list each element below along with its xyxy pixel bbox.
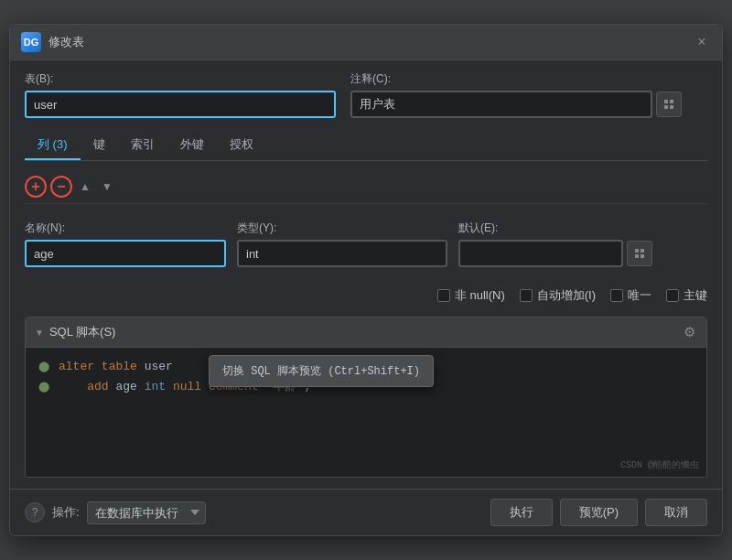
sql-header-left: ▼ SQL 脚本(S) <box>35 324 115 340</box>
move-up-button[interactable]: ▲ <box>76 178 94 195</box>
tab-keys[interactable]: 键 <box>81 131 118 160</box>
svg-rect-5 <box>640 249 644 253</box>
unique-label: 唯一 <box>628 287 651 304</box>
svg-rect-1 <box>670 100 673 103</box>
tab-foreign-keys[interactable]: 外键 <box>167 131 217 160</box>
default-expand-button[interactable] <box>627 241 652 266</box>
comment-label: 注释(C): <box>350 71 682 87</box>
unique-check[interactable]: 唯一 <box>610 287 651 304</box>
col-default-label: 默认(E): <box>458 221 652 236</box>
add-column-button[interactable]: + <box>25 176 47 198</box>
tab-columns[interactable]: 列 (3) <box>25 131 81 160</box>
primarykey-label: 主键 <box>684 287 707 304</box>
remove-column-button[interactable]: − <box>50 176 72 198</box>
sql-preview-tooltip: 切换 SQL 脚本预览 (Ctrl+Shift+I) <box>209 355 434 387</box>
tab-permissions[interactable]: 授权 <box>217 131 266 160</box>
notnull-label: 非 null(N) <box>455 287 505 304</box>
title-bar-left: DG 修改表 <box>21 32 84 52</box>
comment-area <box>350 91 682 118</box>
svg-rect-6 <box>635 254 639 258</box>
autoincrement-checkbox[interactable] <box>520 289 533 302</box>
col-type-input[interactable] <box>237 240 447 267</box>
preview-button[interactable]: 预览(P) <box>560 499 638 526</box>
col-default-input[interactable] <box>458 240 623 267</box>
svg-rect-4 <box>635 249 639 253</box>
ops-select[interactable]: 在数据库中执行 <box>87 501 206 524</box>
dialog-title: 修改表 <box>48 34 84 50</box>
sql-settings-button[interactable]: ⚙ <box>682 322 697 342</box>
comment-input[interactable] <box>350 91 652 118</box>
line-number-1: ⬤ <box>38 359 49 376</box>
svg-rect-2 <box>664 105 668 109</box>
checkboxes-row: 非 null(N) 自动增加(I) 唯一 主键 <box>25 284 707 307</box>
svg-rect-0 <box>664 100 668 103</box>
primarykey-checkbox[interactable] <box>666 289 679 302</box>
col-type-label: 类型(Y): <box>237 221 447 236</box>
footer: ? 操作: 在数据库中执行 执行 预览(P) 取消 <box>10 489 722 535</box>
svg-rect-7 <box>640 254 644 258</box>
comment-field-group: 注释(C): <box>350 71 682 118</box>
col-name-input[interactable] <box>25 240 226 267</box>
autoincrement-check[interactable]: 自动增加(I) <box>520 287 596 304</box>
table-label: 表(B): <box>25 71 336 87</box>
line-number-2: ⬤ <box>38 379 49 396</box>
sql-collapse-icon[interactable]: ▼ <box>35 328 44 338</box>
help-button[interactable]: ? <box>25 502 45 522</box>
footer-right: 执行 预览(P) 取消 <box>490 499 707 526</box>
execute-button[interactable]: 执行 <box>490 499 553 526</box>
autoincrement-label: 自动增加(I) <box>537 287 596 304</box>
col-default-field: 默认(E): <box>458 221 652 267</box>
app-icon: DG <box>21 32 41 52</box>
col-name-field: 名称(N): <box>25 221 226 267</box>
title-bar: DG 修改表 × <box>10 25 722 60</box>
tabs-bar: 列 (3) 键 索引 外键 授权 <box>25 131 707 161</box>
dialog-body: 表(B): 注释(C): <box>10 60 722 489</box>
svg-rect-3 <box>670 105 673 109</box>
table-comment-row: 表(B): 注释(C): <box>25 71 707 118</box>
close-button[interactable]: × <box>693 33 711 51</box>
column-fields: 名称(N): 类型(Y): 默认(E): <box>25 213 707 275</box>
table-field-group: 表(B): <box>25 71 336 118</box>
footer-left: ? 操作: 在数据库中执行 <box>25 501 206 524</box>
notnull-check[interactable]: 非 null(N) <box>437 287 505 304</box>
col-type-field: 类型(Y): <box>237 221 447 267</box>
unique-checkbox[interactable] <box>610 289 623 302</box>
sql-body: 切换 SQL 脚本预览 (Ctrl+Shift+I) ⬤ alter table… <box>26 348 706 477</box>
sql-header: ▼ SQL 脚本(S) ⚙ <box>26 318 706 348</box>
tab-indexes[interactable]: 索引 <box>118 131 167 160</box>
sql-header-label: SQL 脚本(S) <box>49 324 115 340</box>
ops-label: 操作: <box>52 504 80 521</box>
column-toolbar: + − ▲ ▼ <box>25 170 707 204</box>
primarykey-check[interactable]: 主键 <box>666 287 707 304</box>
col-name-label: 名称(N): <box>25 221 226 236</box>
comment-expand-button[interactable] <box>656 92 682 117</box>
move-down-button[interactable]: ▼ <box>98 178 116 195</box>
modify-table-dialog: DG 修改表 × 表(B): 注释(C): <box>9 24 723 536</box>
watermark: CSDN @酷酷的懒虫 <box>620 458 699 471</box>
notnull-checkbox[interactable] <box>437 289 450 302</box>
cancel-button[interactable]: 取消 <box>645 499 707 526</box>
table-input[interactable] <box>25 91 336 118</box>
sql-section: ▼ SQL 脚本(S) ⚙ 切换 SQL 脚本预览 (Ctrl+Shift+I)… <box>25 317 707 478</box>
